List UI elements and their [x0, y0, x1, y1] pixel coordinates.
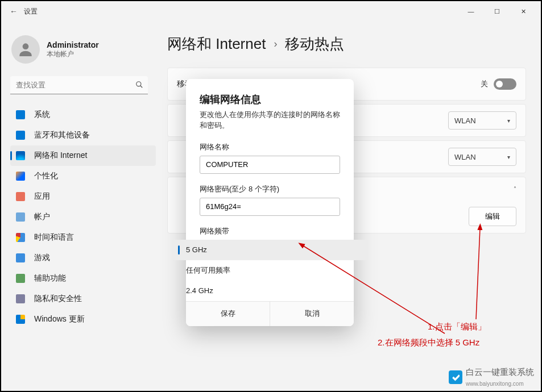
brand-text: 白云一键重装系统 [466, 367, 534, 377]
sidebar-item-time[interactable]: 时间和语言 [10, 227, 156, 248]
sidebar-item-privacy[interactable]: 隐私和安全性 [10, 289, 156, 309]
personalize-icon [16, 172, 25, 181]
time-icon [16, 233, 25, 242]
band-option-list: 5 GHz 任何可用频率 2.4 GHz [172, 240, 367, 301]
window-title: 设置 [24, 7, 38, 16]
breadcrumb-parent[interactable]: 网络和 Internet [167, 34, 266, 54]
network-password-label: 网络密码(至少 8 个字符) [200, 184, 340, 194]
save-button[interactable]: 保存 [186, 302, 270, 326]
sidebar-item-label: Windows 更新 [34, 314, 85, 324]
share-from-dropdown[interactable]: WLAN ▾ [448, 111, 516, 130]
band-option-5ghz[interactable]: 5 GHz [172, 240, 367, 260]
sidebar-item-label: 时间和语言 [34, 232, 74, 243]
svg-point-1 [136, 82, 141, 86]
network-password-input[interactable] [200, 198, 340, 216]
search-icon [135, 81, 143, 90]
network-name-label: 网络名称 [200, 142, 340, 152]
maximize-button[interactable]: ☐ [484, 3, 510, 20]
cancel-button[interactable]: 取消 [270, 302, 354, 326]
network-name-input[interactable] [200, 156, 340, 174]
sidebar-item-label: 应用 [34, 191, 50, 202]
hotspot-toggle[interactable] [494, 78, 516, 90]
sidebar-item-label: 帐户 [34, 212, 50, 222]
user-name: Administrator [47, 40, 99, 49]
sidebar-item-gaming[interactable]: 游戏 [10, 248, 156, 268]
annotation-step2: 2.在网络频段中选择 5 GHz [378, 337, 479, 348]
card-label [177, 184, 179, 193]
chevron-down-icon: ▾ [507, 118, 510, 124]
network-icon [16, 151, 25, 160]
nav-list: 系统 蓝牙和其他设备 网络和 Internet 个性化 应用 帐户 时间和语言 … [10, 105, 156, 330]
privacy-icon [16, 294, 25, 303]
sidebar-item-accessibility[interactable]: 辅助功能 [10, 268, 156, 289]
dropdown-value: WLAN [454, 153, 476, 161]
breadcrumb: 网络和 Internet › 移动热点 [167, 34, 526, 54]
breadcrumb-current: 移动热点 [285, 34, 344, 54]
brand-logo-icon [449, 370, 462, 384]
sidebar-item-personalize[interactable]: 个性化 [10, 166, 156, 186]
sidebar-item-apps[interactable]: 应用 [10, 186, 156, 207]
accessibility-icon [16, 274, 25, 283]
svg-line-2 [140, 86, 143, 88]
sidebar-item-label: 隐私和安全性 [34, 294, 82, 304]
accounts-icon [16, 212, 25, 222]
minimize-button[interactable]: — [458, 3, 484, 20]
chevron-down-icon: ▾ [507, 154, 510, 160]
sidebar-item-label: 个性化 [34, 171, 58, 181]
gaming-icon [16, 253, 25, 262]
sidebar-item-label: 蓝牙和其他设备 [34, 130, 90, 140]
sidebar-item-label: 辅助功能 [34, 273, 66, 283]
sidebar-item-label: 游戏 [34, 253, 50, 263]
card-label [177, 152, 179, 161]
band-option-any[interactable]: 任何可用频率 [172, 260, 367, 281]
sidebar-item-bluetooth[interactable]: 蓝牙和其他设备 [10, 125, 156, 145]
svg-point-0 [23, 43, 29, 49]
user-sub: 本地帐户 [47, 49, 99, 59]
chevron-right-icon: › [274, 38, 277, 50]
toggle-state-text: 关 [481, 79, 488, 89]
close-button[interactable]: ✕ [510, 3, 536, 20]
apps-icon [16, 192, 25, 201]
avatar [11, 35, 40, 64]
sidebar-item-network[interactable]: 网络和 Internet [10, 145, 156, 166]
card-label [177, 116, 179, 125]
annotation-step1: 1.点击「编辑」 [428, 322, 486, 332]
sidebar-item-system[interactable]: 系统 [10, 105, 156, 125]
dropdown-value: WLAN [454, 116, 476, 125]
search-input[interactable] [10, 76, 148, 94]
share-over-dropdown[interactable]: WLAN ▾ [448, 148, 516, 166]
back-button[interactable]: ← [6, 3, 22, 19]
user-block[interactable]: Administrator 本地帐户 [11, 35, 156, 64]
update-icon [16, 315, 25, 324]
bluetooth-icon [16, 131, 25, 140]
network-band-label: 网络频带 [200, 226, 340, 236]
chevron-up-icon[interactable]: ˄ [514, 186, 516, 192]
watermark: 白云一键重装系统 www.baiyunxitong.com [449, 367, 534, 387]
band-option-24ghz[interactable]: 2.4 GHz [172, 281, 367, 301]
sidebar-item-label: 网络和 Internet [34, 151, 87, 161]
sidebar-item-update[interactable]: Windows 更新 [10, 309, 156, 330]
settings-window: ← 设置 — ☐ ✕ Administrator 本地帐户 [0, 0, 542, 392]
sidebar-item-accounts[interactable]: 帐户 [10, 207, 156, 227]
system-icon [16, 110, 25, 119]
dialog-subtitle: 更改他人在使用你共享的连接时的网络名称和密码。 [200, 110, 340, 132]
brand-url: www.baiyunxitong.com [466, 381, 524, 387]
titlebar: ← 设置 — ☐ ✕ [1, 1, 541, 22]
sidebar: Administrator 本地帐户 系统 蓝牙和其他设备 网络和 Intern… [1, 22, 163, 391]
dialog-title: 编辑网络信息 [200, 93, 340, 106]
edit-network-dialog: 编辑网络信息 更改他人在使用你共享的连接时的网络名称和密码。 网络名称 网络密码… [186, 79, 354, 326]
sidebar-item-label: 系统 [34, 110, 50, 120]
edit-button[interactable]: 编辑 [469, 207, 516, 226]
